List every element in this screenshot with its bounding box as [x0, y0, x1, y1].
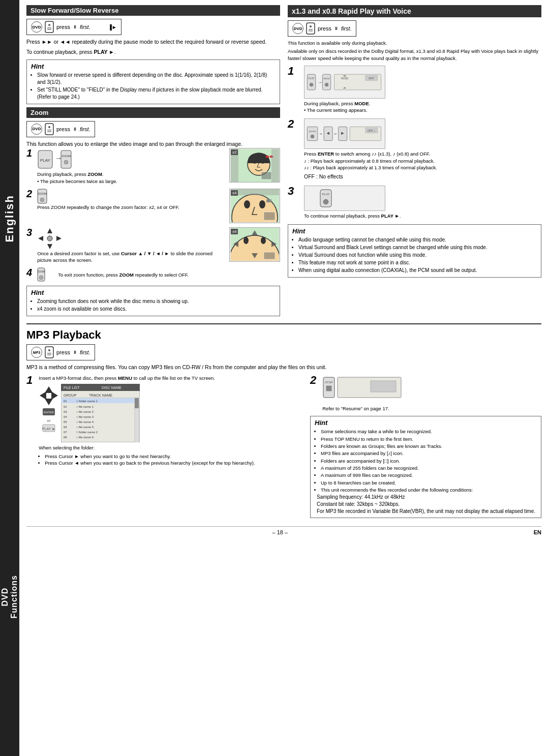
- rapid-play-header: x1.3 and x0.8 Rapid Play with Voice: [288, 5, 541, 17]
- zoom-header: Zoom: [26, 107, 280, 118]
- side-tab-english: English: [0, 0, 19, 437]
- mp3-hint-2: Press TOP MENU to return to the first it…: [321, 436, 537, 442]
- zoom-badge-x4: x4: [231, 190, 238, 196]
- mp3-hint-7: A maximum of 999 files can be recognized…: [321, 472, 537, 478]
- svg-point-24: [40, 198, 44, 202]
- zoom-hint-item-2: x4 zoom is not available on some discs.: [37, 306, 276, 313]
- zoom-press-icon: ⏸: [73, 127, 77, 132]
- slow-forward-press-box: DVD ► press ⏸ first. ▐►: [26, 19, 121, 35]
- rapid-step2-note2: ♪♪ : Plays back approximately at 1.3 tim…: [304, 164, 541, 171]
- svg-text:PLAY: PLAY: [40, 158, 51, 163]
- mp3-step2-content: STOP Refer to "Resume" on page 17.: [322, 375, 404, 412]
- mp3-folder-hint-2: Press Cursor ◄ when you want to go back …: [45, 460, 304, 466]
- right-column: x1.3 and x0.8 Rapid Play with Voice DVD …: [288, 5, 541, 319]
- svg-rect-49: [307, 23, 315, 34]
- mp3-hint-1: Some selections may take a while to be r…: [321, 428, 537, 435]
- rapid-step3-desc: To continue normal playback, press PLAY …: [304, 213, 541, 219]
- svg-point-36: [47, 236, 52, 241]
- page-number: – 18 –: [272, 529, 288, 535]
- svg-marker-87: [40, 391, 46, 400]
- zoom-hint-box: Hint Zooming function does not work whil…: [26, 286, 280, 316]
- rapid-step1-num: 1: [288, 66, 298, 77]
- zoom-step2-illus: ZOOM: [37, 189, 60, 204]
- zoom-remote-icon: [45, 123, 54, 135]
- mp3-hint-9: This unit recommends the files recorded …: [321, 487, 537, 493]
- mp3-hint-8: Up to 8 hierarchies can be created.: [321, 479, 537, 486]
- mp3-press-icon: ⏸: [73, 350, 77, 355]
- zoom-press-box: DVD press ⏸ first.: [26, 121, 95, 137]
- rapid-press-icon: ⏸: [334, 26, 339, 31]
- svg-text:♪ file name 1: ♪ file name 1: [76, 405, 94, 408]
- slow-hint-box: Hint Slow forward or reverse speed is di…: [26, 59, 280, 104]
- rapid-step1-svg: PLAY → MODE MODE: [307, 68, 383, 96]
- mp3-step1: 1 Insert a MP3-format disc, then press M…: [26, 375, 304, 466]
- svg-point-82: [48, 349, 50, 351]
- svg-point-50: [310, 25, 312, 27]
- rapid-step3-num: 3: [288, 186, 298, 197]
- svg-text:STOP: STOP: [325, 381, 333, 384]
- mp3-hint-5: Folders are accompanied by [□] icon.: [321, 458, 537, 464]
- rapid-hint-list: Audio language setting cannot be changed…: [292, 236, 537, 274]
- page-number-area: – 18 – EN: [26, 526, 541, 535]
- rapid-hint-3: Virtual Surround does not function while…: [298, 252, 537, 259]
- svg-text:PLAY: PLAY: [322, 193, 330, 196]
- svg-point-48: [39, 276, 43, 280]
- mp3-folder-hints: Press Cursor ► when you want to go to th…: [39, 453, 304, 467]
- zoom-step2-desc: Press ZOOM repeatedly to change the zoom…: [37, 204, 179, 210]
- mp3-hint-sampling: Sampling frequency: 44.1kHz or 48kHz: [315, 494, 537, 501]
- svg-marker-32: [47, 228, 52, 233]
- svg-rect-84: [47, 354, 51, 355]
- mp3-filelist-illus: FILE LIST DISC NAME GROUP TRACK NAME 01 …: [61, 384, 140, 442]
- svg-rect-94: [61, 384, 140, 442]
- svg-point-27: [244, 200, 250, 208]
- svg-text:PLAY: PLAY: [309, 77, 315, 80]
- rapid-hint-box: Hint Audio language setting cannot be ch…: [288, 224, 541, 278]
- svg-text:OFF ♪: OFF ♪: [368, 129, 375, 132]
- svg-text:♪ file name 3: ♪ file name 3: [76, 415, 94, 418]
- mp3-hint-list: Some selections may take a while to be r…: [315, 428, 537, 493]
- zoom-step3-illustration: x4: [229, 227, 280, 262]
- mp3-step2: 2 STOP Refer to "Re: [310, 375, 541, 412]
- svg-text:or: or: [334, 133, 337, 136]
- zoom-step4-content: ZOOM To exit zoom function, press ZOOM r…: [37, 267, 280, 282]
- rapid-intro: This function is available only during p…: [288, 40, 541, 46]
- svg-text:MODE: MODE: [323, 77, 330, 80]
- svg-text:FILE LIST: FILE LIST: [64, 386, 80, 389]
- zoom-step3-num: 3: [26, 227, 32, 237]
- svg-text:PLAY ►: PLAY ►: [42, 427, 55, 431]
- slow-hint-item-2: Set "STILL MODE" to "FIELD" in the Displ…: [37, 86, 276, 101]
- zoom-badge-x4-2: x4: [231, 229, 238, 234]
- rapid-dvd-badge: DVD: [292, 23, 303, 34]
- svg-text:02: 02: [64, 405, 67, 408]
- zoom-step3-illus: [37, 227, 63, 250]
- svg-point-14: [64, 160, 68, 164]
- zoom-step4-desc: To exit zoom function, press ZOOM repeat…: [58, 271, 189, 278]
- rapid-step-3: 3 PLAY To continue normal playback, pres…: [288, 186, 541, 219]
- mp3-hint-3: Folders are known as Groups; files are k…: [321, 443, 537, 449]
- rapid-hint-2: Virtual Surround and Black Level setting…: [298, 244, 537, 251]
- svg-text:05: 05: [64, 420, 67, 424]
- mp3-press-label: press: [56, 349, 70, 355]
- svg-text:ZOOM: ZOOM: [38, 192, 47, 195]
- rapid-hint-5: When using digital audio connection (COA…: [298, 267, 537, 274]
- svg-text:MODE: MODE: [341, 77, 348, 80]
- svg-text:♪ file name 5: ♪ file name 5: [76, 426, 94, 429]
- svg-text:04: 04: [64, 415, 67, 418]
- rapid-step1-illus: PLAY → MODE MODE: [304, 66, 385, 99]
- svg-text:◄: ◄: [326, 131, 330, 136]
- pause-icon: ⏸: [73, 24, 77, 29]
- zoom-step-3: 3: [26, 227, 280, 264]
- dvd-functions-label: DVDFunctions: [1, 575, 19, 618]
- zoom-badge-x2: x2: [231, 149, 238, 155]
- english-label: English: [3, 195, 16, 242]
- svg-text:03: 03: [64, 410, 67, 413]
- svg-text:08: 08: [64, 436, 67, 439]
- svg-rect-122: [326, 386, 331, 391]
- rapid-step3-svg: PLAY: [319, 188, 370, 208]
- zoom-step-1: 1 PLAY → ZOOM: [26, 148, 280, 185]
- zoom-step2-num: 2: [26, 189, 32, 199]
- svg-point-28: [259, 200, 265, 208]
- mp3-hint-6: A maximum of 255 folders can be recogniz…: [321, 465, 537, 471]
- rapid-step3-illus: PLAY: [304, 186, 385, 211]
- mp3-step1-desc: Insert a MP3-format disc, then press MEN…: [39, 375, 304, 381]
